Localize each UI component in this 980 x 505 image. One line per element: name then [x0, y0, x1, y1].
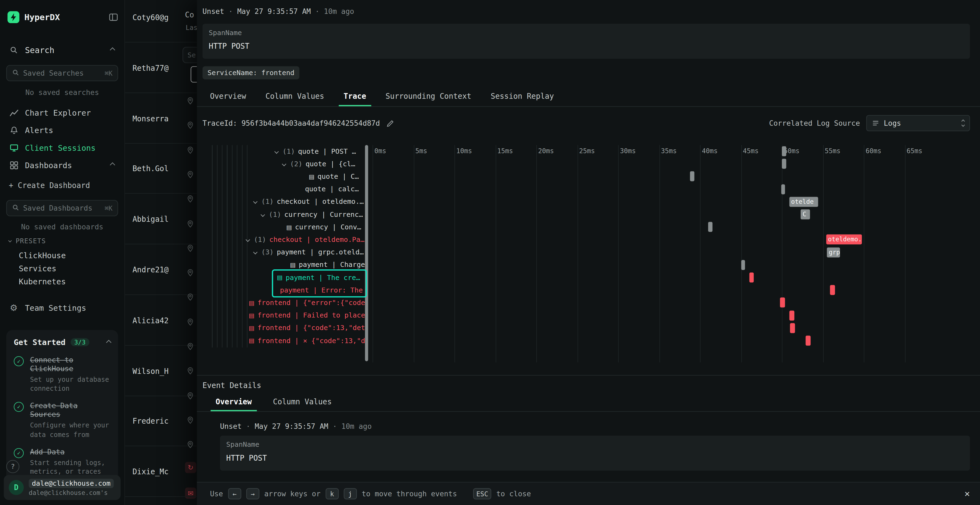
- session-email[interactable]: Andre21@: [132, 265, 169, 274]
- button-fragment[interactable]: [191, 66, 197, 83]
- presets-toggle[interactable]: PRESETS: [9, 237, 46, 245]
- row-divider: [125, 294, 197, 295]
- trace-span-row[interactable]: (2)quote | {cl…: [210, 157, 365, 170]
- session-email[interactable]: Dixie_Mc: [132, 468, 169, 476]
- trace-span-row[interactable]: (1)quote | POST …: [210, 145, 365, 157]
- trace-span-row[interactable]: (3)payment | grpc.oteld…: [210, 246, 365, 259]
- mail-icon[interactable]: ✉: [185, 488, 196, 499]
- session-email[interactable]: Retha77@: [132, 64, 169, 72]
- span-duration-bar[interactable]: [741, 260, 745, 270]
- chevron-down-icon: [245, 238, 250, 242]
- span-label: checkout | oteldemo.Pa…: [269, 236, 364, 244]
- saved-dashboards-placeholder: Saved Dashboards: [23, 204, 101, 213]
- span-duration-bar[interactable]: [690, 172, 694, 181]
- replay-icon[interactable]: ↻: [185, 462, 196, 473]
- span-duration-bar[interactable]: [708, 222, 712, 232]
- spanname-label: SpanName: [226, 440, 964, 449]
- getstarted-item-connect-to-clickhouse[interactable]: ✓Connect to ClickHouseSet up your databa…: [14, 356, 111, 392]
- sidebar-item-dashboards[interactable]: Dashboards: [0, 156, 124, 173]
- close-icon[interactable]: ×: [964, 488, 970, 499]
- sidebar-item-clickhouse[interactable]: ClickHouse: [0, 249, 124, 262]
- span-duration-bar[interactable]: [790, 323, 795, 333]
- trace-span-row[interactable]: ▤payment | The cre…: [210, 271, 365, 284]
- sidebar-item-search[interactable]: Search: [0, 43, 124, 57]
- span-duration-bar[interactable]: [805, 335, 810, 346]
- time-tick-label: 50ms: [784, 147, 800, 154]
- span-duration-bar[interactable]: [789, 310, 794, 321]
- saved-dashboards-input[interactable]: Saved Dashboards ⌘K: [6, 200, 118, 216]
- span-label: quote | POST …: [298, 147, 356, 156]
- span-duration-bar[interactable]: [830, 285, 835, 295]
- getstarted-item-create-data-sources[interactable]: ✓Create Data SourcesConfigure where your…: [14, 401, 111, 438]
- user-menu[interactable]: D dale@clickhouse.com dale@clickhouse.co…: [4, 475, 121, 500]
- trace-span-row[interactable]: (1)checkout | oteldemo.…: [210, 195, 365, 208]
- session-email[interactable]: Beth.Gol: [132, 165, 169, 173]
- sidebar-item-chart-explorer[interactable]: Chart Explorer: [0, 104, 124, 121]
- time-tick-label: 40ms: [702, 147, 718, 154]
- tab-overview[interactable]: Overview: [205, 87, 251, 106]
- span-duration-bar[interactable]: oteldemo.: [826, 235, 862, 245]
- session-email[interactable]: Wilson_H: [132, 367, 169, 375]
- trace-span-row[interactable]: ▤frontend | Failed to place…: [210, 309, 365, 322]
- no-saved-dashboards-text: No saved dashboards: [0, 222, 124, 231]
- span-duration-bar[interactable]: [780, 298, 785, 308]
- tab-surrounding-context[interactable]: Surrounding Context: [380, 87, 476, 106]
- row-divider: [125, 42, 197, 43]
- trace-span-row[interactable]: ▤frontend | {"error":{"code…: [210, 297, 365, 309]
- log-event-icon: ▤: [249, 325, 255, 331]
- sidebar-item-kubernetes[interactable]: Kubernetes: [0, 275, 124, 288]
- log-event-icon: ▤: [249, 300, 255, 306]
- trace-span-row[interactable]: (1)currency | Currenc…: [210, 208, 365, 221]
- log-source-select[interactable]: Logs: [866, 115, 970, 132]
- create-dashboard-button[interactable]: + Create Dashboard: [9, 181, 90, 190]
- event-tab-column-values[interactable]: Column Values: [268, 393, 336, 411]
- span-label: payment | grpc.oteld…: [277, 248, 364, 256]
- session-email[interactable]: Abbigail: [132, 215, 169, 224]
- getstarted-item-add-data[interactable]: ✓Add DataStart sending logs, metrics, or…: [14, 447, 111, 476]
- sidebar-item-team-settings[interactable]: ⚙ Team Settings: [0, 300, 124, 315]
- span-duration-bar[interactable]: [781, 184, 785, 194]
- get-started-header[interactable]: Get Started 3/3: [14, 337, 111, 347]
- session-email[interactable]: Monserra: [132, 114, 169, 123]
- scrollbar-thumb[interactable]: [365, 145, 368, 361]
- spanname-panel: SpanName HTTP POST: [220, 436, 970, 471]
- saved-searches-input[interactable]: Saved Searches ⌘K: [6, 65, 118, 81]
- span-duration-bar[interactable]: [749, 272, 754, 283]
- location-pin-icon: [187, 391, 194, 402]
- trace-span-row[interactable]: (1)checkout | oteldemo.Pa…: [210, 233, 365, 246]
- sidebar-item-client-sessions[interactable]: Client Sessions: [0, 139, 124, 156]
- help-button[interactable]: ?: [6, 460, 19, 473]
- time-tick-label: 55ms: [824, 147, 840, 154]
- service-badge[interactable]: ServiceName: frontend: [202, 66, 299, 79]
- span-duration-bar[interactable]: C: [800, 209, 810, 219]
- trace-span-row[interactable]: ▤payment | Charge …: [210, 259, 365, 271]
- search-input-fragment[interactable]: Se: [182, 47, 197, 63]
- trace-span-row[interactable]: payment | Error: The …: [210, 284, 365, 296]
- trace-span-row[interactable]: ▤frontend | × {"code":13,"d…: [210, 334, 365, 347]
- sidebar-item-services[interactable]: Services: [0, 262, 124, 275]
- gridline: [536, 145, 537, 362]
- span-duration-bar[interactable]: [782, 159, 786, 169]
- span-duration-bar[interactable]: [782, 146, 786, 156]
- row-divider: [125, 143, 197, 143]
- collapse-sidebar-icon[interactable]: [109, 12, 118, 22]
- trace-span-row[interactable]: ▤frontend | {"code":13,"det…: [210, 322, 365, 334]
- trace-span-row[interactable]: ▤currency | Conv…: [210, 221, 365, 233]
- event-tab-overview[interactable]: Overview: [211, 393, 257, 411]
- chevron-up-icon: [106, 340, 111, 345]
- edit-icon[interactable]: [386, 119, 395, 127]
- trace-span-row[interactable]: quote | calc…: [210, 183, 365, 195]
- location-pin-icon: [187, 169, 194, 181]
- session-email[interactable]: Frederic: [132, 417, 169, 426]
- spanname-value: HTTP POST: [209, 42, 964, 51]
- span-duration-bar[interactable]: otelde: [789, 197, 818, 207]
- trace-span-row[interactable]: ▤quote | C…: [210, 170, 365, 183]
- tab-session-replay[interactable]: Session Replay: [486, 87, 559, 106]
- session-email[interactable]: Alicia42: [132, 316, 169, 325]
- session-email[interactable]: Coty60@g: [132, 13, 169, 22]
- tab-trace[interactable]: Trace: [339, 87, 371, 106]
- gridline: [782, 145, 783, 362]
- sidebar-item-alerts[interactable]: Alerts: [0, 121, 124, 139]
- span-duration-bar[interactable]: grp: [827, 247, 840, 257]
- tab-column-values[interactable]: Column Values: [261, 87, 329, 106]
